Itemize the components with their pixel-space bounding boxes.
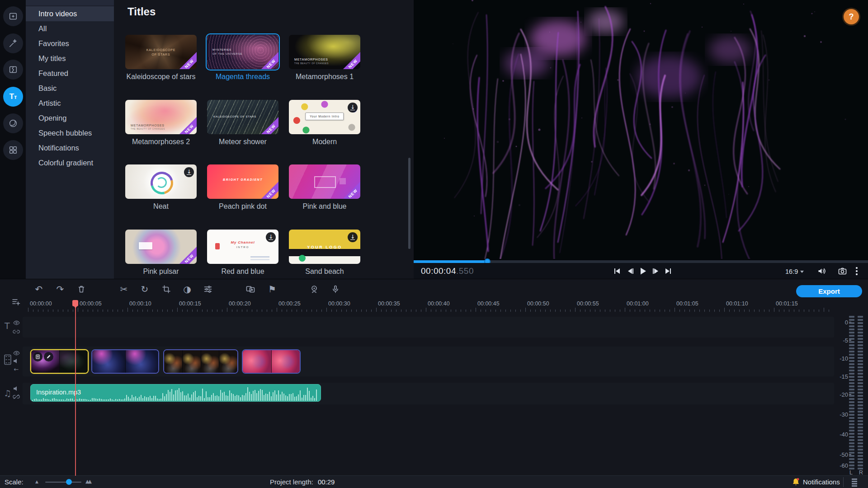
meter-toggle-button[interactable] (852, 479, 857, 488)
play-button[interactable] (638, 267, 647, 276)
snapshot-button[interactable] (838, 267, 847, 276)
next-frame-button[interactable] (651, 267, 660, 276)
clip-properties-button[interactable] (203, 284, 213, 295)
title-card-kaleidoscope-of-stars[interactable]: KALEIDOSCOPE OF STARSNEW Kaleidoscope of… (125, 35, 197, 69)
stickers-button[interactable] (3, 113, 23, 133)
audio-track-unlink-toggle[interactable] (12, 393, 20, 400)
clip-template-badge[interactable] (33, 352, 42, 361)
sidebar-item-opening[interactable]: Opening (26, 111, 114, 126)
title-card-modern[interactable]: Your Modern Intro ↓ Modern (289, 100, 360, 134)
download-icon[interactable]: ↓ (266, 232, 276, 242)
title-card-red-and-blue[interactable]: My Channel INTRO↓ Red and blue (207, 230, 278, 264)
sidebar-item-featured[interactable]: Featured (26, 66, 114, 81)
sidebar-item-basic[interactable]: Basic (26, 81, 114, 96)
previous-frame-button[interactable] (626, 267, 635, 276)
marker-button[interactable]: ⚑ (267, 284, 278, 295)
title-thumbnail[interactable]: NEW (289, 164, 360, 199)
ruler-label: 00:00:50 (527, 300, 549, 307)
cut-button[interactable]: ✂ (118, 284, 129, 295)
help-button[interactable]: ? (844, 9, 859, 24)
title-thumbnail[interactable]: My Channel INTRO↓ (207, 230, 278, 264)
clip-edit-badge[interactable] (44, 352, 53, 361)
title-thumbnail[interactable]: METAMORPHOSES THE BEAUTY OF CHANGESNEW (125, 100, 197, 134)
sidebar-item-favorites[interactable]: Favorites (26, 36, 114, 51)
title-thumbnail[interactable]: BRIGHT GRADIENT NEW (207, 164, 278, 199)
video-track-mute-toggle[interactable] (12, 357, 20, 365)
filters-button[interactable] (3, 33, 23, 53)
grid-icon (8, 145, 18, 155)
title-thumbnail[interactable]: YOUR LOGO ↓ (289, 230, 360, 264)
notifications-button[interactable]: Notifications (792, 478, 840, 486)
sidebar-item-all[interactable]: All (26, 21, 114, 36)
aspect-ratio-select[interactable]: 16:9 (785, 268, 804, 275)
sidebar-item-my-titles[interactable]: My titles (26, 51, 114, 66)
transition-wizard-button[interactable] (245, 284, 256, 295)
color-adjustments-button[interactable]: ◑ (182, 284, 193, 295)
ruler-label: 00:01:05 (676, 300, 698, 307)
sidebar-item-notifications[interactable]: Notifications (26, 141, 114, 155)
sidebar-item-colorful-gradient[interactable]: Colorful gradient (26, 155, 114, 170)
scale-slider-track[interactable] (45, 482, 81, 483)
title-thumbnail[interactable]: MYSTERIES OF THE UNIVERSENEW (207, 35, 278, 69)
video-clip-1[interactable] (30, 349, 89, 374)
titles-panel: Titles KALEIDOSCOPE OF STARSNEW Kaleidos… (114, 0, 414, 279)
video-track-back-arrow[interactable]: ← (12, 366, 20, 373)
timeline-ruler[interactable]: 00:00:0000:00:0500:00:1000:00:1500:00:20… (0, 300, 834, 312)
zoom-in-icon[interactable]: ▲▲ (85, 479, 90, 484)
sidebar-item-speech-bubbles[interactable]: Speech bubbles (26, 126, 114, 141)
skip-to-end-button[interactable] (664, 267, 673, 276)
more-tools-button[interactable] (3, 140, 23, 160)
voiceover-button[interactable] (330, 284, 341, 295)
skip-to-start-button[interactable] (613, 267, 622, 276)
delete-button[interactable] (76, 284, 87, 295)
ruler-label: 00:00:35 (378, 300, 400, 307)
video-clip-4[interactable] (242, 349, 301, 374)
audio-track-mute-toggle[interactable] (12, 385, 20, 392)
import-media-button[interactable] (3, 6, 23, 26)
titles-button[interactable]: Tт (3, 87, 23, 107)
sidebar-item-artistic[interactable]: Artistic (26, 96, 114, 111)
sidebar-item-intro-videos[interactable]: Intro videos (26, 6, 114, 21)
title-card-metamorphoses-1[interactable]: METAMORPHOSES THE BEAUTY OF CHANGESNEW M… (289, 35, 360, 69)
title-track-visibility-toggle[interactable] (12, 319, 20, 326)
title-card-sand-beach[interactable]: YOUR LOGO ↓ Sand beach (289, 230, 360, 264)
title-card-pink-pulsar[interactable]: NEW Pink pulsar (125, 230, 197, 264)
download-icon[interactable]: ↓ (348, 232, 358, 242)
title-card-neat[interactable]: ↓ Neat (125, 164, 197, 199)
title-card-meteor-shower[interactable]: KALEIDOSCOPE OF STARS NEW Meteor shower (207, 100, 278, 134)
download-icon[interactable]: ↓ (184, 167, 194, 177)
title-thumbnail[interactable]: Your Modern Intro ↓ (289, 100, 360, 134)
title-card-label: Magenta threads (207, 73, 278, 81)
audio-clip[interactable]: Inspiration.mp3 (30, 384, 321, 402)
download-icon[interactable]: ↓ (348, 103, 358, 113)
webcam-capture-button[interactable] (309, 284, 320, 295)
title-card-magenta-threads[interactable]: MYSTERIES OF THE UNIVERSENEW Magenta thr… (207, 35, 278, 69)
title-card-pink-and-blue[interactable]: NEW Pink and blue (289, 164, 360, 199)
title-thumbnail[interactable]: KALEIDOSCOPE OF STARS NEW (207, 100, 278, 134)
title-thumbnail[interactable]: KALEIDOSCOPE OF STARSNEW (125, 35, 197, 69)
title-card-peach-pink-dot[interactable]: BRIGHT GRADIENT NEW Peach pink dot (207, 164, 278, 199)
title-thumbnail[interactable]: ↓ (125, 164, 197, 199)
volume-button[interactable] (817, 267, 827, 276)
zoom-out-icon[interactable]: ▲ (35, 479, 38, 484)
scale-slider-knob[interactable] (66, 479, 72, 485)
title-track-link-toggle[interactable] (12, 328, 20, 335)
title-thumbnail[interactable]: NEW (125, 230, 197, 264)
player-menu-button[interactable] (856, 267, 858, 275)
redo-button[interactable]: ↷ (55, 284, 66, 295)
transitions-button[interactable] (3, 60, 23, 80)
title-thumbnail[interactable]: METAMORPHOSES THE BEAUTY OF CHANGESNEW (289, 35, 360, 69)
title-track-lane[interactable] (23, 317, 834, 338)
video-track-visibility-toggle[interactable] (12, 349, 20, 357)
project-length: Project length:00:29 (270, 478, 335, 486)
undo-button[interactable]: ↶ (33, 284, 44, 295)
crop-button[interactable] (161, 284, 172, 295)
rotate-button[interactable]: ↻ (139, 284, 150, 295)
video-clip-3[interactable] (163, 349, 238, 374)
ruler-label: 00:01:10 (726, 300, 748, 307)
playhead-marker[interactable] (72, 300, 78, 306)
video-clip-2[interactable] (91, 349, 159, 374)
panel-scrollbar[interactable] (408, 158, 410, 249)
clip-frame (183, 350, 201, 373)
title-card-metamorphoses-2[interactable]: METAMORPHOSES THE BEAUTY OF CHANGESNEW M… (125, 100, 197, 134)
